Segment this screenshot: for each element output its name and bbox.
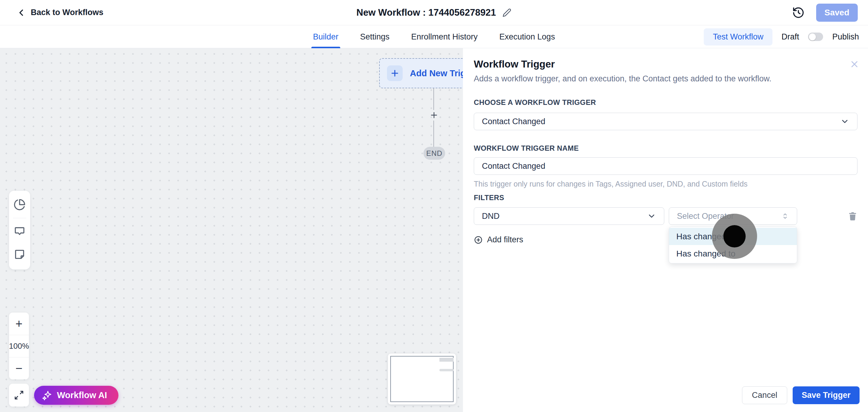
operator-option-has-changed[interactable]: Has changed (669, 228, 797, 245)
panel-title: Workflow Trigger (474, 59, 555, 70)
zoom-in-button[interactable]: + (9, 313, 29, 335)
tab-bar: Builder Settings Enrollment History Exec… (0, 25, 868, 48)
plus-circle-icon (474, 235, 483, 245)
expand-icon (14, 390, 24, 400)
zoom-out-button[interactable]: − (9, 357, 29, 379)
operator-option-has-changed-to[interactable]: Has changed to (669, 245, 797, 262)
edit-title-icon[interactable] (502, 8, 512, 17)
workflow-ai-label: Workflow AI (57, 390, 107, 400)
workflow-ai-button[interactable]: Workflow AI (34, 386, 119, 405)
trigger-section-label: CHOOSE A WORKFLOW TRIGGER (474, 98, 596, 107)
test-workflow-button[interactable]: Test Workflow (704, 28, 772, 45)
sparkles-icon (42, 390, 52, 401)
publish-toggle[interactable] (808, 33, 823, 41)
minimap-viewport (390, 356, 454, 402)
saved-button[interactable]: Saved (816, 4, 858, 22)
toolbar-divider (13, 218, 26, 218)
operator-dropdown-menu: Has changed Has changed to (669, 227, 797, 263)
tab-builder[interactable]: Builder (311, 25, 340, 48)
save-trigger-button[interactable]: Save Trigger (793, 386, 860, 404)
connector-line-top (433, 88, 434, 110)
tab-settings[interactable]: Settings (358, 25, 392, 48)
canvas-side-toolbar (9, 191, 30, 270)
tab-execution-logs[interactable]: Execution Logs (498, 25, 557, 48)
trigger-name-field-wrap (474, 157, 858, 175)
operator-placeholder: Select Operator (677, 212, 734, 221)
tab-enrollment-history[interactable]: Enrollment History (409, 25, 479, 48)
minimap[interactable] (388, 353, 456, 405)
chevron-down-icon (647, 212, 656, 221)
add-step-plus-icon[interactable] (429, 110, 439, 120)
sticky-note-icon[interactable] (13, 248, 26, 260)
zoom-controls: + 100% − (9, 313, 29, 379)
cancel-button[interactable]: Cancel (742, 386, 787, 404)
panel-description: Adds a workflow trigger, and on executio… (474, 74, 772, 84)
filter-field-select[interactable]: DND (474, 208, 664, 225)
add-filters-label: Add filters (487, 235, 523, 245)
filter-operator-select[interactable]: Select Operator (669, 208, 797, 225)
add-filters-button[interactable]: Add filters (474, 235, 523, 245)
workflow-canvas[interactable]: Add New Trigger END + 100% − Workf (0, 48, 463, 412)
trigger-select-value: Contact Changed (482, 117, 545, 126)
connector-line-bottom (433, 121, 434, 147)
fit-to-screen-button[interactable] (9, 384, 29, 407)
page-title: New Workflow : 1744056278921 (356, 7, 496, 18)
name-section-label: WORKFLOW TRIGGER NAME (474, 144, 579, 153)
comment-bubble-icon[interactable] (13, 225, 26, 237)
stats-pie-chart-icon[interactable] (13, 199, 26, 211)
plus-icon (387, 65, 403, 81)
minimap-node-marker (439, 358, 454, 362)
filters-section-label: FILTERS (474, 193, 504, 202)
workflow-trigger-panel: Workflow Trigger Adds a workflow trigger… (463, 48, 868, 412)
minimap-end-marker (439, 369, 454, 371)
trigger-name-helper: This trigger only runs for changes in Ta… (474, 180, 747, 188)
top-header: Back to Workflows New Workflow : 1744056… (0, 0, 868, 25)
chevron-down-icon (840, 117, 849, 126)
toggle-knob (809, 33, 816, 40)
workflow-trigger-select[interactable]: Contact Changed (474, 113, 858, 130)
trigger-name-input[interactable] (482, 162, 849, 171)
close-icon[interactable] (849, 59, 860, 69)
filter-field-value: DND (482, 212, 500, 221)
end-node: END (424, 147, 445, 160)
draft-label: Draft (781, 32, 799, 41)
version-history-icon[interactable] (792, 6, 805, 19)
delete-filter-icon[interactable] (847, 211, 858, 221)
zoom-level: 100% (9, 335, 29, 357)
publish-label: Publish (832, 32, 859, 41)
select-arrows-icon (781, 212, 789, 220)
